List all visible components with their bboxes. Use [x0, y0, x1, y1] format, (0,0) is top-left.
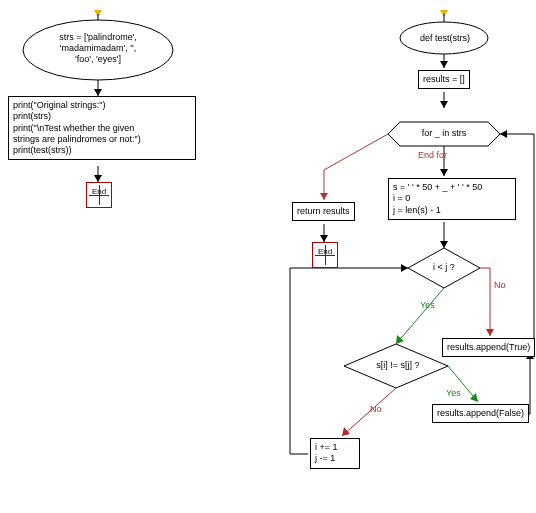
svg-marker-3	[94, 89, 102, 96]
left-start-line1: strs = ['palindrome',	[38, 32, 158, 43]
append-true-box: results.append(True)	[442, 338, 535, 357]
left-start-line2: 'madamimadam', '',	[38, 43, 158, 54]
end-left: End	[86, 182, 112, 208]
loop-text: for _ in strs	[398, 128, 490, 138]
end-right: End	[312, 242, 338, 268]
prep-line2: i = 0	[393, 193, 511, 204]
svg-marker-5	[94, 175, 102, 182]
return-box: return results	[292, 202, 355, 221]
svg-marker-27	[500, 130, 507, 138]
cond2-text: s[i] != s[j] ?	[360, 360, 436, 370]
svg-marker-11	[440, 101, 448, 108]
prep-line1: s = ' ' * 50 + _ + ' ' * 50	[393, 182, 511, 193]
flowchart-diagram: strs = ['palindrome', 'madamimadam', '',…	[0, 0, 536, 513]
prep-line3: j = len(s) - 1	[393, 205, 511, 216]
cond1-no: No	[494, 280, 506, 290]
init-box: results = []	[418, 70, 470, 89]
append-false-box: results.append(False)	[432, 404, 529, 423]
svg-marker-15	[320, 193, 328, 200]
svg-marker-17	[320, 235, 328, 242]
left-print-line2: print(strs)	[13, 111, 191, 122]
left-print-line5: print(test(strs))	[13, 145, 191, 156]
end-left-label: End	[87, 187, 111, 196]
svg-marker-14	[440, 169, 448, 176]
prep-box: s = ' ' * 50 + _ + ' ' * 50 i = 0 j = le…	[388, 178, 516, 220]
left-print-line1: print("Original strings:")	[13, 100, 191, 111]
start-arrow-left	[94, 10, 102, 17]
left-start-text: strs = ['palindrome', 'madamimadam', '',…	[38, 32, 158, 64]
svg-marker-25	[470, 393, 478, 402]
svg-marker-26	[401, 264, 408, 272]
left-print-line4: strings are palindromes or not:")	[13, 134, 191, 145]
left-start-line3: 'foo', 'eyes']	[38, 54, 158, 65]
svg-marker-22	[486, 329, 494, 336]
cond2-yes: Yes	[446, 388, 461, 398]
incdec-line1: i += 1	[315, 442, 355, 453]
left-print-line3: print("\nTest whether the given	[13, 123, 191, 134]
end-right-label: End	[313, 247, 337, 256]
svg-marker-21	[396, 335, 404, 344]
def-text: def test(strs)	[410, 33, 480, 43]
left-print-box: print("Original strings:") print(strs) p…	[8, 96, 196, 160]
svg-marker-19	[440, 241, 448, 248]
svg-marker-9	[440, 61, 448, 68]
cond2-no: No	[370, 404, 382, 414]
svg-marker-24	[342, 427, 350, 436]
start-arrow-right	[440, 10, 448, 17]
incdec-line2: j -= 1	[315, 453, 355, 464]
incdec-box: i += 1 j -= 1	[310, 438, 360, 469]
endfor-label: End for	[418, 150, 447, 160]
cond1-text: i < j ?	[422, 262, 466, 272]
cond1-yes: Yes	[420, 300, 435, 310]
